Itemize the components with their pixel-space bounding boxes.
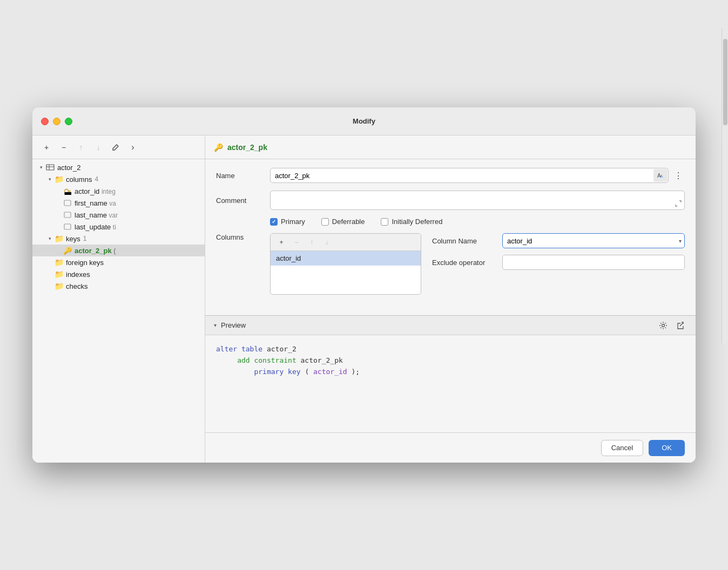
tree-label-indexes: indexes	[66, 270, 90, 279]
tree-label-actor-2: actor_2	[57, 164, 80, 172]
pk-icon: 🔑	[63, 246, 72, 255]
initially-deferred-checkbox[interactable]: Initially Deferred	[381, 218, 442, 226]
initially-deferred-label: Initially Deferred	[392, 218, 442, 226]
window-title: Modify	[353, 117, 375, 125]
remove-button[interactable]: −	[56, 141, 71, 154]
svg-point-12	[662, 324, 665, 327]
svg-rect-9	[64, 224, 71, 229]
columns-list-toolbar: + − ↑ ↓	[271, 234, 421, 251]
header-key-icon: 🔑	[214, 143, 223, 152]
code-line-1: alter table actor_2	[216, 344, 685, 355]
name-input-container: A A	[270, 168, 669, 183]
tree-item-actor-2-pk[interactable]: ▾ 🔑 actor_2_pk (	[32, 245, 205, 256]
tree-area: ▾ actor_2 ▾ 📁 columns 4	[32, 159, 205, 463]
form-area: Name A A ⋮	[205, 159, 696, 315]
primary-label: Primary	[281, 218, 305, 226]
comment-wrapper	[270, 191, 685, 210]
folder-icon: 📁	[54, 269, 64, 279]
minimize-button[interactable]	[53, 118, 60, 125]
columns-section: + − ↑ ↓ actor_id	[270, 233, 685, 295]
footer: Cancel OK	[205, 432, 696, 463]
column-name-input[interactable]	[502, 233, 685, 248]
preview-export-button[interactable]	[674, 319, 687, 332]
more-options-button[interactable]: ⋮	[672, 169, 685, 182]
tree-label-actor-2-pk: actor_2_pk (	[75, 247, 116, 255]
exclude-operator-row: Exclude operator	[432, 255, 685, 270]
columns-badge: 4	[95, 175, 98, 183]
exclude-operator-input[interactable]	[502, 255, 685, 270]
tree-item-actor-id[interactable]: ▾ actor_id integ	[32, 185, 205, 197]
tree-item-columns[interactable]: ▾ 📁 columns 4	[32, 173, 205, 185]
tree-item-first-name[interactable]: ▾ first_name va	[32, 197, 205, 209]
name-action-button[interactable]: A A	[653, 169, 668, 182]
maximize-button[interactable]	[65, 118, 72, 125]
tree-label-first-name: first_name va	[75, 199, 116, 207]
main-window: Modify + − ↑ ↓ › ▾	[32, 107, 696, 463]
columns-label: Columns	[216, 233, 270, 241]
name-label: Name	[216, 172, 270, 180]
columns-detail: Column Name ▾ Exclude operator	[421, 233, 685, 295]
preview-header: ▾ Preview	[205, 316, 696, 335]
add-button[interactable]: +	[39, 141, 54, 154]
exclude-operator-label: Exclude operator	[432, 259, 502, 267]
name-row: Name A A ⋮	[216, 168, 685, 183]
tree-label-foreign-keys: foreign keys	[66, 259, 104, 267]
col-icon	[63, 198, 72, 208]
tree-item-keys[interactable]: ▾ 📁 keys 1	[32, 233, 205, 245]
initially-deferred-checkbox-box	[381, 218, 388, 226]
comment-label: Comment	[216, 196, 270, 205]
checkboxes-row: ✓ Primary Deferrable Initially Deferred	[216, 218, 685, 226]
col-add-button[interactable]: +	[275, 236, 288, 248]
main-content: + − ↑ ↓ › ▾	[32, 135, 696, 463]
primary-checkbox-box: ✓	[270, 218, 278, 226]
preview-chevron-icon: ▾	[214, 322, 217, 328]
deferrable-label: Deferrable	[332, 218, 365, 226]
tree-item-foreign-keys[interactable]: ▾ 📁 foreign keys	[32, 256, 205, 268]
code-line-3: primary key ( actor_id );	[216, 367, 685, 378]
tree-item-last-name[interactable]: ▾ last_name var	[32, 209, 205, 221]
columns-list-panel: + − ↑ ↓ actor_id	[270, 233, 421, 295]
ok-button[interactable]: OK	[649, 440, 685, 456]
comment-input[interactable]	[270, 191, 685, 210]
expand-comment-button[interactable]	[673, 199, 683, 208]
edit-button[interactable]	[108, 141, 123, 154]
col-list-item-actor-id[interactable]: actor_id	[271, 251, 421, 266]
col-remove-button[interactable]: −	[290, 236, 303, 248]
col-icon	[63, 210, 72, 220]
deferrable-checkbox-box	[321, 218, 329, 226]
primary-checkbox[interactable]: ✓ Primary	[270, 218, 305, 226]
cancel-button[interactable]: Cancel	[601, 440, 643, 456]
keys-badge: 1	[83, 235, 87, 242]
traffic-lights	[41, 118, 72, 125]
titlebar: Modify	[32, 107, 696, 135]
folder-icon: 📁	[54, 281, 64, 291]
preview-code-area: alter table actor_2 add constraint actor…	[205, 335, 696, 432]
tree-item-last-update[interactable]: ▾ last_update ti	[32, 221, 205, 233]
folder-icon: 📁	[54, 257, 64, 267]
preview-settings-button[interactable]	[657, 319, 670, 332]
tree-item-indexes[interactable]: ▾ 📁 indexes	[32, 268, 205, 280]
tree-label-columns: columns	[66, 175, 92, 184]
columns-content: + − ↑ ↓ actor_id	[270, 233, 685, 302]
col-up-button[interactable]: ↑	[305, 236, 318, 248]
col-down-button[interactable]: ↓	[320, 236, 333, 248]
move-down-button[interactable]: ↓	[91, 141, 106, 154]
tree-label-last-name: last_name var	[75, 211, 118, 219]
tree-item-checks[interactable]: ▾ 📁 checks	[32, 280, 205, 292]
left-panel: + − ↑ ↓ › ▾	[32, 135, 205, 463]
column-name-row: Column Name ▾	[432, 233, 685, 248]
tree-item-actor-2[interactable]: ▾ actor_2	[32, 161, 205, 173]
left-toolbar: + − ↑ ↓ ›	[32, 135, 205, 159]
column-name-wrapper: ▾	[502, 233, 685, 248]
move-up-button[interactable]: ↑	[73, 141, 89, 154]
col-icon	[63, 222, 72, 232]
name-input[interactable]	[270, 168, 669, 183]
svg-rect-7	[64, 200, 71, 206]
right-panel: 🔑 actor_2_pk Name A A	[205, 135, 696, 463]
table-icon	[45, 162, 55, 172]
forward-button[interactable]: ›	[125, 141, 140, 154]
column-name-label: Column Name	[432, 237, 502, 245]
close-button[interactable]	[41, 118, 49, 125]
deferrable-checkbox[interactable]: Deferrable	[321, 218, 365, 226]
tree-label-keys: keys	[66, 235, 80, 243]
